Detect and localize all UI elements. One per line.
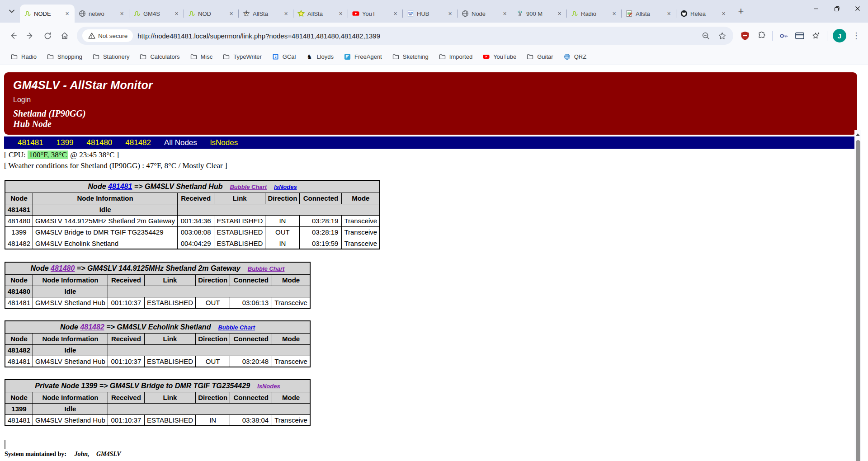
page-scrollbar[interactable] [854,130,861,461]
favorites-star-icon[interactable] [809,28,823,43]
zoom-out-icon[interactable] [700,30,712,42]
cell-received: 001:34:36 [178,215,214,226]
bookmarks-bar: RadioShoppingStationeryCalculatorsMiscTy… [0,49,868,65]
navbar-link[interactable]: 481482 [125,138,151,147]
bookmark-item[interactable]: Sketching [388,51,433,62]
bookmark-item[interactable]: QRZ [559,51,590,62]
navbar-link[interactable]: 481481 [18,138,43,147]
node-table: Node 481480 => GM4SLV 144.9125MHz Shetla… [5,262,311,309]
url-text[interactable]: http://node481481.local/supermon/link.ph… [137,32,695,40]
bookmark-item[interactable]: Calculators [135,51,184,62]
bookmark-item[interactable]: Shopping [42,51,86,62]
browser-tab[interactable]: Allsta× [622,5,676,23]
browser-tab[interactable]: Node× [458,5,512,23]
bookmark-label: Radio [21,53,37,60]
browser-tab[interactable]: AllSta× [293,5,348,23]
bookmark-item[interactable]: Stationery [88,51,134,62]
payment-card-icon[interactable] [793,28,807,43]
browser-tab[interactable]: YouT× [348,5,403,23]
browser-tab[interactable]: 900 M× [512,5,567,23]
bookmark-item[interactable]: TypeWriter [218,51,266,62]
tab-close-icon[interactable]: × [392,10,399,18]
address-bar[interactable]: Not secure http://node481481.local/super… [77,27,733,45]
tab-close-icon[interactable]: × [556,10,563,18]
qrz-globe-icon [563,53,571,61]
navbar-link[interactable]: 1399 [57,138,74,147]
column-header: Connected [230,274,272,286]
navbar-link[interactable]: All Nodes [164,138,197,147]
maintainer-name: John, [74,451,89,457]
tab-close-icon[interactable]: × [282,10,290,18]
browser-tab[interactable]: NODE× [20,5,75,23]
table-title-rest: => GM4SLV Bridge to DMR TGIF TG2354429 [97,382,250,390]
bookmark-star-icon[interactable] [716,30,728,42]
browser-tab[interactable]: NOD× [184,5,239,23]
close-window-button[interactable] [847,0,868,17]
table-extra-link[interactable]: Bubble Chart [248,265,285,272]
footer: System maintained by: John, GM4SLV [5,451,861,458]
tab-close-icon[interactable]: × [118,10,126,18]
table-extra-link[interactable]: Bubble Chart [230,183,267,190]
tab-title: Node [472,10,498,17]
column-header: Node Information [33,193,178,204]
node-navbar: 4814811399481480481482All NodeslsNodes [4,136,857,149]
bookmark-item[interactable]: ♞Lloyds [302,51,338,62]
reload-icon[interactable] [40,28,55,43]
browser-tab[interactable]: Relea× [676,5,731,23]
tab-close-icon[interactable]: × [610,10,618,18]
scroll-up-icon[interactable] [854,131,861,138]
table-extra-link[interactable]: Bubble Chart [218,324,255,331]
browser-tab[interactable]: HUBNETHUB× [403,5,458,23]
tab-title: Allsta [636,10,662,17]
node-type-label: Hub Node [13,119,857,129]
table-extra-link[interactable]: lsNodes [257,383,280,390]
tab-search-icon[interactable] [4,3,20,19]
node-number-link[interactable]: 481482 [80,323,104,331]
folder-icon [222,53,230,61]
adblock-shield-icon[interactable] [738,28,752,43]
bookmark-item[interactable]: YouTube [478,51,520,62]
allstar-link-icon [133,10,141,18]
tab-close-icon[interactable]: × [227,10,235,18]
node-number-link[interactable]: 481481 [108,183,132,190]
freeagent-icon [344,53,351,61]
browser-tab[interactable]: Radio× [567,5,622,23]
navbar-link[interactable]: lsNodes [210,138,238,147]
tab-close-icon[interactable]: × [501,10,509,18]
tab-close-icon[interactable]: × [665,10,673,18]
browser-tab[interactable]: netwo× [75,5,129,23]
restore-button[interactable] [826,0,847,17]
bookmark-item[interactable]: FreeAgent [340,51,386,62]
security-chip[interactable]: Not secure [82,29,133,42]
profile-avatar[interactable]: J [833,29,846,42]
tab-close-icon[interactable]: × [173,10,180,18]
node-number-link[interactable]: 481480 [51,264,75,272]
cell-link: ESTABLISHED [214,238,265,249]
tab-close-icon[interactable]: × [720,10,727,18]
bookmark-item[interactable]: Misc [186,51,217,62]
bookmark-item[interactable]: Radio [6,51,41,62]
browser-tab[interactable]: GM4S× [129,5,184,23]
window-controls [806,0,868,17]
browser-tab[interactable]: AAllSta× [239,5,293,23]
bookmark-item[interactable]: Imported [434,51,476,62]
table-extra-link[interactable]: lsNodes [274,183,297,190]
youtube-icon [352,10,359,18]
forward-icon[interactable] [23,28,38,43]
bookmark-item[interactable]: Guitar [522,51,557,62]
chrome-menu-icon[interactable]: ⋮ [850,31,863,41]
back-icon[interactable] [5,28,21,43]
login-link[interactable]: Login [13,96,857,104]
new-tab-button[interactable]: + [733,3,749,19]
navbar-link[interactable]: 481480 [87,138,113,147]
scrollbar-thumb[interactable] [856,140,860,461]
password-key-icon[interactable] [776,28,791,43]
tab-close-icon[interactable]: × [63,10,71,18]
minimize-button[interactable] [806,0,826,17]
extensions-puzzle-icon[interactable] [754,28,769,43]
column-header: Node [5,392,33,403]
bookmark-item[interactable]: 2GCal [268,51,300,62]
home-icon[interactable] [57,28,72,43]
tab-close-icon[interactable]: × [446,10,454,18]
tab-close-icon[interactable]: × [337,10,344,18]
